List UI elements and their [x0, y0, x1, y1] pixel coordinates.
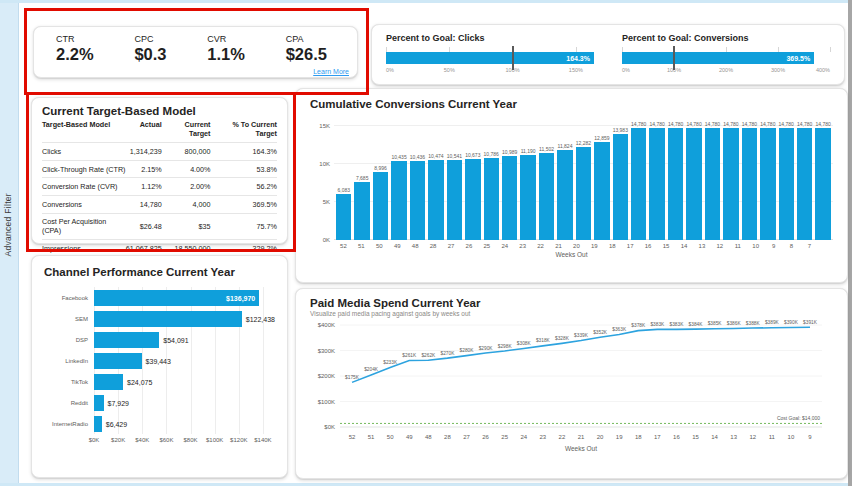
channel-category-label: Facebook — [40, 287, 94, 308]
axis-tick-label: 15 — [692, 434, 699, 440]
bar[interactable]: 14,780 — [649, 128, 664, 240]
kpi-value: 2.2% — [56, 45, 94, 64]
gauge-clicks: Percent to Goal: Clicks164.3%0%50%100%15… — [372, 25, 608, 84]
bar[interactable]: $7,929 — [94, 395, 104, 411]
kpi-row: CTR2.2%CPC$0.3CVR1.1%CPA$26.5 — [34, 27, 357, 64]
paid-media-spend-card: Paid Media Spend Current Year Visualize … — [295, 288, 848, 479]
bar[interactable]: 14,780 — [631, 128, 646, 240]
bar-value-label: 14,780 — [797, 121, 812, 127]
bar[interactable]: 7,685 — [354, 182, 369, 240]
bar[interactable]: $24,075 — [94, 374, 123, 390]
bar[interactable]: 10,541 — [447, 160, 462, 240]
gauge-value-label: 369.5% — [786, 55, 810, 62]
bar[interactable]: 6,083 — [336, 194, 351, 240]
bar[interactable]: 13,983 — [613, 134, 628, 240]
bar-value-label: 13,983 — [613, 127, 628, 133]
axis-tick-label: 48 — [425, 434, 432, 440]
axis-tick-label: 16 — [673, 434, 680, 440]
bar[interactable]: 10,786 — [484, 158, 499, 240]
bar-value-label: $122,438 — [246, 315, 275, 322]
bar[interactable]: 12,282 — [576, 147, 591, 240]
bar-value-label: 8,996 — [374, 165, 387, 171]
axis-tick-label: 10K — [308, 161, 330, 167]
axis-tick-label: 23 — [515, 243, 530, 249]
channel-bar-row: $136,970 — [94, 287, 275, 308]
advanced-filter-pane[interactable]: Advanced Filter — [0, 3, 19, 483]
axis-tick-label: 18 — [635, 434, 642, 440]
bar-value-label: $136,970 — [226, 294, 255, 301]
table-cell: 56.2% — [211, 178, 277, 196]
axis-tick-label: 16 — [641, 243, 656, 249]
table-cell: Clicks — [42, 143, 126, 161]
axis-tick-label: 18 — [605, 243, 620, 249]
bar-value-label: 10,989 — [502, 149, 517, 155]
advanced-filter-label[interactable]: Advanced Filter — [3, 193, 13, 257]
bar[interactable]: 14,780 — [760, 128, 775, 240]
bar[interactable]: 10,474 — [428, 160, 443, 240]
gauge-title: Percent to Goal: Conversions — [622, 33, 830, 43]
cumulative-x-axis-title: Weeks Out — [310, 251, 833, 258]
bar-value-label: 14,780 — [723, 121, 738, 127]
point-value-label: $298K — [498, 344, 513, 349]
gauge-fill-bar[interactable] — [622, 52, 814, 64]
bar[interactable]: 11,502 — [539, 153, 554, 240]
window-right-edge — [848, 0, 852, 486]
axis-tick-label: 9 — [808, 434, 812, 440]
bar[interactable]: 14,780 — [686, 128, 701, 240]
bar[interactable]: 14,780 — [742, 128, 757, 240]
channel-bar-row: $24,075 — [94, 371, 275, 392]
bar[interactable]: 14,780 — [705, 128, 720, 240]
axis-tick-label: 15K — [308, 123, 330, 129]
bar[interactable]: 14,780 — [815, 128, 830, 240]
bar[interactable]: 12,859 — [594, 142, 609, 240]
bar[interactable]: 10,989 — [502, 156, 517, 240]
bar-value-label: 10,786 — [484, 151, 499, 157]
axis-tick-label: 19 — [587, 243, 602, 249]
axis-tick-label: 25 — [479, 243, 494, 249]
bar-value-label: 14,780 — [760, 121, 775, 127]
axis-tick-label: 22 — [559, 434, 566, 440]
axis-tick-label: 12 — [749, 434, 756, 440]
bar[interactable]: $122,438 — [94, 311, 242, 327]
gauge-fill-bar[interactable] — [386, 52, 594, 64]
window-top-edge — [0, 0, 852, 3]
axis-tick-label: 27 — [463, 434, 470, 440]
bar[interactable]: 14,780 — [668, 128, 683, 240]
axis-tick-label: $120K — [230, 437, 247, 443]
bar[interactable]: $54,091 — [94, 332, 159, 348]
channel-category-label: LinkedIn — [40, 350, 94, 371]
bar[interactable]: $136,970 — [94, 290, 259, 306]
cumulative-bars: 6,0837,6858,99610,43510,43610,47410,5411… — [336, 126, 831, 240]
table-header-cell: Actual — [126, 120, 162, 143]
axis-tick-label: 21 — [578, 434, 585, 440]
gauge-tick-label: 0% — [386, 67, 394, 73]
axis-tick-label: 15 — [659, 243, 674, 249]
bar-value-label: 14,780 — [668, 121, 683, 127]
bar[interactable]: 14,780 — [797, 128, 812, 240]
bar[interactable]: 10,673 — [465, 159, 480, 240]
bar[interactable]: 8,996 — [373, 172, 388, 240]
bar[interactable]: $39,443 — [94, 353, 142, 369]
bar[interactable]: 14,780 — [779, 128, 794, 240]
axis-tick-label: 10 — [748, 243, 763, 249]
kpi-ctr: CTR2.2% — [56, 34, 94, 64]
table-header-cell: Target-Based Model — [42, 120, 126, 143]
bar[interactable]: 14,780 — [723, 128, 738, 240]
kpi-cpa: CPA$26.5 — [286, 34, 327, 64]
point-value-label: $386K — [727, 321, 742, 326]
axis-tick-label: 7 — [802, 243, 817, 249]
bar[interactable]: 11,190 — [520, 155, 535, 240]
bar[interactable]: 11,824 — [557, 150, 572, 240]
channel-performance-card: Channel Performance Current Year Faceboo… — [31, 255, 288, 478]
channel-category-label: Reddit — [40, 392, 94, 413]
cumulative-x-axis: 5251504948282726252423222120191817161514… — [336, 240, 817, 249]
bar[interactable]: 10,435 — [391, 161, 406, 240]
channel-category-label: InternetRadio — [40, 413, 94, 434]
learn-more-link[interactable]: Learn More — [313, 68, 349, 75]
gauge-conversions: Percent to Goal: Conversions369.5%0%100%… — [608, 25, 844, 84]
point-value-label: $363K — [612, 327, 627, 332]
channel-category-label: TikTok — [40, 371, 94, 392]
bar[interactable]: $6,429 — [94, 416, 102, 432]
bar[interactable]: 10,436 — [410, 161, 425, 240]
bar-value-label: 10,474 — [428, 153, 443, 159]
